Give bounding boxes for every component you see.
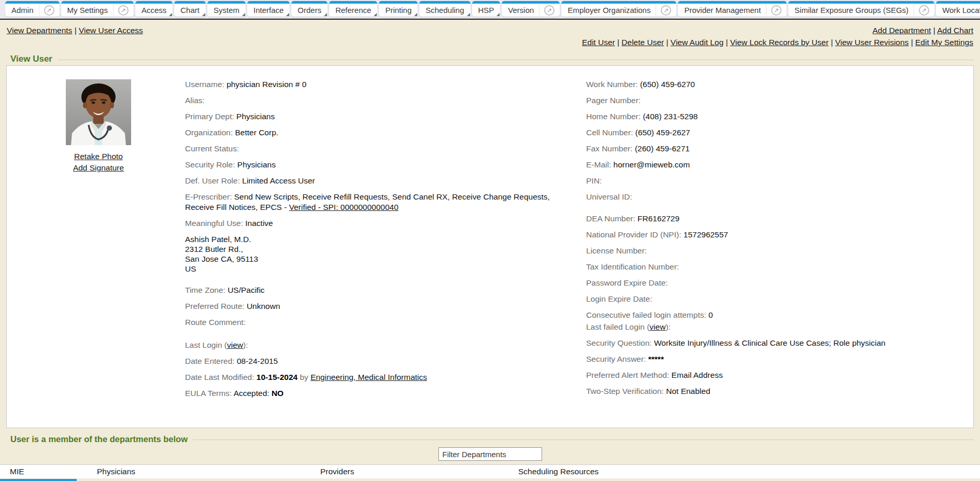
link-view-lock-records-by-user[interactable]: View Lock Records by User: [730, 38, 829, 47]
external-link-button[interactable]: ↗: [914, 5, 929, 16]
field-row: Primary Dept: Physicians: [185, 111, 571, 122]
link-delete-user[interactable]: Delete User: [621, 38, 664, 47]
retake-photo-link[interactable]: Retake Photo: [74, 152, 123, 161]
link-view-audit-log[interactable]: View Audit Log: [671, 38, 723, 47]
tab-reference[interactable]: Reference: [329, 1, 377, 17]
field-row: Organization: Better Corp.: [185, 128, 571, 138]
address-line: US: [185, 264, 196, 273]
external-link-button[interactable]: ↗: [539, 5, 555, 16]
department-cell[interactable]: Physicians: [87, 465, 310, 479]
field-row: E-Prescriber: Send New Scripts, Receive …: [185, 192, 571, 213]
link-view-user-revisions[interactable]: View User Revisions: [835, 38, 909, 47]
external-link-button[interactable]: ↗: [39, 5, 54, 16]
field-row: PIN:: [586, 176, 968, 186]
user-fields-right-column: Work Number: (650) 459-6270Pager Number:…: [586, 79, 973, 428]
field-row: Username: physician Revision # 0: [185, 79, 571, 90]
field-label: Current Status:: [185, 144, 239, 153]
field-label: Two-Step Verification:: [586, 387, 666, 395]
department-cell[interactable]: Scheduling Resources: [508, 465, 980, 479]
field-value: 10-15-2024: [257, 373, 297, 381]
tab-chart[interactable]: Chart: [174, 1, 206, 17]
field-row: Time Zone: US/Pacific: [185, 285, 571, 295]
field-value: (260) 459-6271: [635, 144, 690, 153]
inline-link[interactable]: Engineering, Medical Informatics: [310, 373, 427, 381]
dropdown-corner-icon: [374, 13, 377, 16]
link-add-department[interactable]: Add Department: [873, 26, 931, 35]
field-label: Meaningful Use:: [185, 219, 245, 228]
field-label: by: [297, 373, 310, 381]
external-link-button[interactable]: ↗: [656, 5, 671, 16]
tab-hsp[interactable]: HSP: [472, 1, 501, 17]
field-row: Preferred Alert Method: Email Address: [586, 370, 968, 380]
field-value: (408) 231-5298: [643, 112, 698, 121]
user-fields-left-column: Username: physician Revision # 0Alias:Pr…: [185, 79, 586, 428]
field-row: Def. User Role: Limited Access User: [185, 176, 571, 186]
field-row: Login Expire Date:: [586, 294, 968, 304]
field-value: (650) 459-6270: [640, 80, 695, 89]
tab-interface[interactable]: Interface: [247, 1, 290, 17]
filter-departments-input[interactable]: [438, 447, 542, 461]
field-label: Preferred Route:: [185, 302, 247, 310]
field-row: Consecutive failed login attempts: 0: [586, 310, 968, 320]
field-value: Receive Fill Notices, EPCS -: [185, 203, 289, 211]
link-edit-user[interactable]: Edit User: [582, 38, 615, 47]
add-signature-link[interactable]: Add Signature: [73, 163, 124, 173]
departments-legend: User is a member of the departments belo…: [6, 434, 188, 444]
field-value: 08-24-2015: [237, 357, 278, 365]
legend-divider: [58, 60, 974, 60]
tab-label: Chart: [179, 6, 201, 15]
field-label: Universal ID:: [586, 192, 632, 201]
tab-orders[interactable]: Orders: [291, 1, 328, 17]
field-row: Home Number: (408) 231-5298: [586, 111, 968, 122]
tab-printing[interactable]: Printing: [379, 1, 418, 17]
tab-access[interactable]: Access: [135, 1, 173, 17]
link-view-departments[interactable]: View Departments: [7, 26, 72, 35]
external-link-button[interactable]: ↗: [766, 5, 782, 16]
toolbar-left-links: View Departments | View User Access: [7, 26, 143, 35]
tab-label: Interface: [252, 6, 285, 15]
field-row: Alias:: [185, 95, 571, 106]
link-separator: |: [664, 38, 671, 47]
link-add-chart[interactable]: Add Chart: [937, 26, 973, 35]
toolbar: View Departments | View User Access Add …: [0, 20, 980, 47]
field-row: Fax Number: (260) 459-6271: [586, 144, 968, 154]
field-value: Accepted:: [234, 389, 272, 398]
tab-label: Version: [507, 6, 535, 15]
inline-link[interactable]: view: [649, 322, 665, 331]
field-label: E-Prescriber:: [185, 192, 234, 201]
external-link-button[interactable]: ↗: [113, 5, 129, 16]
field-row: Pager Number:: [586, 95, 968, 106]
user-photo: [66, 79, 131, 145]
link-view-user-access[interactable]: View User Access: [79, 26, 143, 35]
photo-column: Retake Photo Add Signature: [7, 79, 185, 428]
field-value: US/Pacific: [228, 286, 265, 294]
field-label: Cell Number:: [586, 128, 635, 137]
field-value: Unknown: [247, 302, 280, 310]
tab-version[interactable]: Version↗: [502, 1, 560, 17]
tab-employer-organizations[interactable]: Employer Organizations↗: [561, 1, 676, 17]
link-edit-my-settings[interactable]: Edit My Settings: [915, 38, 973, 47]
tab-admin[interactable]: Admin↗: [5, 1, 60, 17]
dropdown-corner-icon: [202, 13, 205, 16]
department-cell[interactable]: MIE: [0, 465, 87, 479]
field-label: Def. User Role:: [185, 176, 242, 185]
external-link-icon: ↗: [919, 5, 929, 16]
field-value: Physicians: [236, 112, 275, 121]
field-row: Cell Number: (650) 459-2627: [586, 128, 968, 138]
address-line: Ashish Patel, M.D.: [185, 235, 251, 244]
inline-link[interactable]: view: [227, 341, 243, 349]
dropdown-corner-icon: [467, 13, 470, 16]
field-row: License Number:: [586, 246, 968, 256]
tab-my-settings[interactable]: My Settings↗: [61, 1, 134, 17]
field-value: NO: [272, 389, 283, 398]
tab-provider-management[interactable]: Provider Management↗: [678, 1, 787, 17]
tab-work-locations[interactable]: Work Locations↗: [936, 1, 980, 17]
tab-scheduling[interactable]: Scheduling: [419, 1, 470, 17]
tab-label: Access: [140, 6, 167, 15]
field-value: Physicians: [237, 160, 276, 169]
tab-similar-exposure-groups-segs[interactable]: Similar Exposure Groups (SEGs)↗: [788, 1, 934, 17]
tab-label: Work Locations: [941, 6, 980, 15]
department-cell[interactable]: Providers: [310, 465, 508, 479]
inline-link[interactable]: Verified - SPI: 0000000000040: [289, 203, 399, 211]
tab-system[interactable]: System: [207, 1, 246, 17]
